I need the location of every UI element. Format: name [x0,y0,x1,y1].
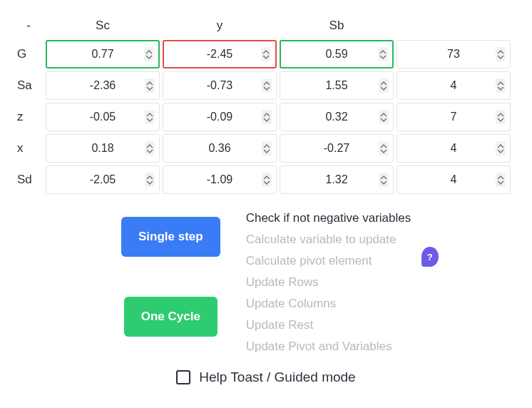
step-item: Check if not negative variables [246,211,411,225]
cell-value: -0.05 [90,111,116,123]
guided-mode-checkbox[interactable] [176,370,190,384]
column-header: Sb [280,14,394,37]
controls-row: Single step One Cycle ? Check if not neg… [14,211,518,354]
help-icon[interactable]: ? [421,247,439,267]
stepper-icon[interactable] [145,78,155,93]
cell-value: 1.55 [325,79,347,92]
steps-list: ? Check if not negative variablesCalcula… [246,211,411,354]
step-item: Calculate pivot element [246,254,411,268]
table-cell[interactable]: -2.45 [163,40,277,68]
table-cell[interactable]: 4 [397,165,511,194]
stepper-icon[interactable] [262,110,272,124]
table-cell[interactable]: 0.77 [46,40,160,68]
table-cell[interactable]: -0.05 [46,103,160,131]
stepper-icon[interactable] [379,173,389,187]
stepper-icon[interactable] [145,141,155,155]
table-cell[interactable]: -2.05 [46,165,160,194]
table-cell[interactable]: 0.18 [46,134,160,163]
stepper-icon[interactable] [379,141,389,155]
cell-value: -2.36 [90,79,116,92]
stepper-icon[interactable] [496,173,506,187]
table-cell[interactable]: 0.32 [280,103,394,131]
simplex-table: -ScySbG0.77-2.450.5973Sa-2.36-0.731.554z… [14,14,518,194]
stepper-icon[interactable] [145,173,155,187]
table-cell[interactable]: -0.27 [280,134,394,163]
cell-value: 73 [447,48,460,61]
step-item: Update Rows [246,275,411,290]
table-cell[interactable]: 1.55 [280,71,394,100]
table-cell[interactable]: 4 [397,71,511,100]
stepper-icon[interactable] [496,47,506,61]
cell-value: -0.27 [324,142,349,155]
cell-value: 0.32 [325,111,347,123]
cell-value: 0.59 [325,48,347,61]
table-cell[interactable]: 4 [397,134,511,163]
table-cell[interactable]: -0.09 [163,103,277,131]
one-cycle-button[interactable]: One Cycle [124,297,218,337]
table-cell[interactable]: 0.36 [163,134,277,163]
cell-value: 0.18 [91,142,113,155]
stepper-icon[interactable] [261,47,271,61]
guided-mode-label: Help Toast / Guided mode [199,369,355,385]
table-cell[interactable]: 0.59 [280,40,394,68]
cell-value: 4 [451,173,457,186]
cell-value: 4 [451,142,457,155]
step-item: Update Pivot and Variables [246,340,411,354]
stepper-icon[interactable] [262,78,272,93]
cell-value: 4 [451,79,457,92]
table-cell[interactable]: -2.36 [46,71,160,100]
table-cell[interactable]: -0.73 [163,71,277,100]
action-buttons: Single step One Cycle [121,211,220,354]
stepper-icon[interactable] [144,47,154,61]
cell-value: 1.32 [325,173,347,186]
row-header: Sa [14,78,43,93]
cell-value: -1.09 [207,173,232,186]
row-header: Sd [14,173,43,187]
cell-value: -2.05 [90,173,116,186]
cell-value: 7 [451,111,457,123]
table-cell[interactable]: -1.09 [163,165,277,194]
stepper-icon[interactable] [262,173,272,187]
column-header: y [163,14,277,37]
single-step-button[interactable]: Single step [121,217,220,257]
table-cell[interactable]: 73 [397,40,511,68]
step-item: Update Columns [246,297,411,311]
step-item: Calculate variable to update [246,233,411,247]
stepper-icon[interactable] [262,141,272,155]
column-header: - [14,14,43,37]
stepper-icon[interactable] [496,110,506,124]
table-cell[interactable]: 7 [397,103,511,131]
row-header: G [14,47,43,61]
cell-value: 0.36 [208,142,230,155]
table-cell[interactable]: 1.32 [280,165,394,194]
stepper-icon[interactable] [496,78,506,93]
cell-value: 0.77 [91,48,113,61]
stepper-icon[interactable] [378,47,388,61]
column-header: Sc [46,14,160,37]
cell-value: -0.73 [207,79,232,92]
cell-value: -2.45 [207,48,232,61]
column-header [397,21,511,30]
row-header: x [14,141,43,155]
footer-row: Help Toast / Guided mode [14,369,518,385]
stepper-icon[interactable] [379,110,389,124]
stepper-icon[interactable] [496,141,506,155]
cell-value: -0.09 [207,111,232,123]
stepper-icon[interactable] [379,78,389,93]
step-item: Update Rest [246,318,411,332]
stepper-icon[interactable] [145,110,155,124]
row-header: z [14,110,43,124]
